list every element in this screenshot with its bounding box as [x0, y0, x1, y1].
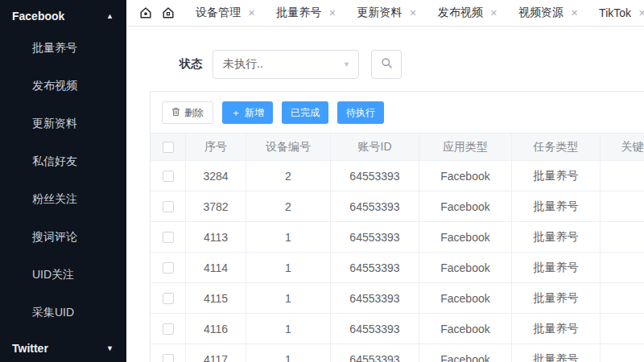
- row-select-cell: [151, 161, 186, 191]
- add-button[interactable]: ＋ 新增: [222, 101, 273, 124]
- row-select-cell: [151, 222, 186, 252]
- row-checkbox[interactable]: [163, 323, 174, 335]
- cell-app-type: Facebook: [419, 253, 512, 282]
- tab-publish-video[interactable]: 发布视频 ✕: [438, 6, 497, 20]
- tab-label: 批量养号: [276, 6, 321, 20]
- sidebar-item-uid-follow[interactable]: UID关注: [0, 256, 126, 294]
- cell-device-no: 2: [246, 161, 331, 191]
- cell-account-id: 64553393: [331, 191, 419, 221]
- completed-button-label: 已完成: [291, 106, 320, 120]
- sidebar-item-publish-video[interactable]: 发布视频: [0, 67, 126, 105]
- tab-label: 设备管理: [196, 6, 241, 20]
- tab-bar: 设备管理 ✕ 批量养号 ✕ 更新资料 ✕ 发布视频 ✕ 视频资源 ✕ TikTo…: [126, 0, 644, 27]
- status-select[interactable]: 未执行.. ▼: [213, 50, 359, 79]
- table-row: 4113 1 64553393 Facebook 批量养号: [151, 222, 644, 253]
- close-icon[interactable]: ✕: [409, 9, 416, 18]
- home-alt-icon[interactable]: [160, 5, 176, 21]
- sidebar-item-update-profile[interactable]: 更新资料: [0, 105, 126, 142]
- tab-device-management[interactable]: 设备管理 ✕: [196, 6, 255, 20]
- row-checkbox[interactable]: [163, 262, 174, 274]
- sidebar-section-twitter-label: Twitter: [12, 342, 48, 355]
- close-icon[interactable]: ✕: [638, 9, 644, 18]
- cell-keyword: [601, 283, 644, 313]
- row-checkbox[interactable]: [163, 201, 174, 212]
- sidebar-item-dm-friends[interactable]: 私信好友: [0, 142, 126, 180]
- table-row: 3284 2 64553393 Facebook 批量养号: [151, 161, 644, 191]
- cell-app-type: Facebook: [419, 161, 512, 191]
- row-checkbox[interactable]: [163, 171, 174, 182]
- col-header-task-type: 任务类型: [512, 134, 601, 160]
- tab-update-profile[interactable]: 更新资料 ✕: [357, 6, 416, 20]
- cell-account-id: 64553393: [331, 314, 419, 343]
- cell-app-type: Facebook: [419, 314, 512, 343]
- sidebar-section-twitter[interactable]: Twitter ▼: [0, 331, 126, 355]
- sidebar-item-fan-follow[interactable]: 粉丝关注: [0, 180, 126, 218]
- close-icon[interactable]: ✕: [248, 9, 255, 18]
- close-icon[interactable]: ✕: [571, 9, 578, 18]
- cell-keyword: [601, 191, 644, 221]
- sidebar-item-collect-uid[interactable]: 采集UID: [0, 294, 126, 331]
- cell-app-type: Facebook: [419, 283, 512, 313]
- cell-task-type: 批量养号: [512, 222, 601, 252]
- table-header-row: 序号 设备编号 账号ID 应用类型 任务类型 关键词: [151, 134, 644, 161]
- tab-label: 更新资料: [357, 6, 402, 20]
- cell-task-type: 批量养号: [512, 253, 601, 282]
- pending-button[interactable]: 待执行: [337, 101, 384, 124]
- row-select-cell: [151, 283, 186, 313]
- cell-app-type: Facebook: [419, 344, 512, 362]
- table-row: 4116 1 64553393 Facebook 批量养号: [151, 314, 644, 344]
- col-header-app-type: 应用类型: [419, 134, 512, 160]
- cell-task-type: 批量养号: [512, 344, 601, 362]
- cell-seq: 4115: [186, 283, 246, 313]
- row-select-cell: [151, 253, 186, 282]
- cell-keyword: [601, 222, 644, 252]
- cell-keyword: [601, 344, 644, 362]
- search-icon: [381, 57, 393, 72]
- cell-seq: 4116: [186, 314, 246, 343]
- cell-keyword: [601, 253, 644, 282]
- task-panel: 删除 ＋ 新增 已完成 待执行 序号 设备编号 账号ID 应用类型 任务类型 关…: [150, 91, 644, 362]
- row-checkbox[interactable]: [163, 293, 174, 304]
- cell-account-id: 64553393: [331, 283, 419, 313]
- close-icon[interactable]: ✕: [490, 9, 497, 18]
- row-checkbox[interactable]: [163, 232, 174, 243]
- completed-button[interactable]: 已完成: [282, 101, 328, 124]
- col-header-keyword: 关键词: [601, 134, 644, 160]
- delete-button[interactable]: 删除: [162, 101, 213, 124]
- sidebar-section-facebook[interactable]: Facebook ▲: [0, 0, 126, 29]
- cell-device-no: 1: [246, 222, 331, 252]
- cell-seq: 4113: [186, 222, 246, 252]
- tab-tiktok[interactable]: TikTok ✕: [599, 6, 644, 19]
- home-icon[interactable]: [138, 5, 154, 21]
- table-row: 3782 2 64553393 Facebook 批量养号: [151, 191, 644, 222]
- table-row: 4115 1 64553393 Facebook 批量养号: [151, 283, 644, 314]
- toolbar: 删除 ＋ 新增 已完成 待执行: [151, 92, 644, 133]
- select-all-cell: [151, 134, 186, 160]
- select-all-checkbox[interactable]: [163, 142, 174, 153]
- tab-label: 视频资源: [518, 6, 564, 20]
- status-label: 状态: [180, 57, 202, 72]
- chevron-down-icon: ▼: [343, 60, 350, 68]
- cell-account-id: 64553393: [331, 222, 419, 252]
- collapse-down-icon: ▼: [106, 344, 114, 352]
- row-select-cell: [151, 314, 186, 343]
- tab-video-resources[interactable]: 视频资源 ✕: [518, 6, 578, 20]
- add-button-label: 新增: [245, 106, 264, 120]
- trash-icon: [171, 107, 180, 119]
- col-header-account-id: 账号ID: [331, 134, 419, 160]
- cell-task-type: 批量养号: [512, 314, 601, 343]
- close-icon[interactable]: ✕: [328, 9, 336, 18]
- cell-device-no: 1: [246, 283, 331, 313]
- cell-task-type: 批量养号: [512, 283, 601, 313]
- sidebar-item-batch-accounts[interactable]: 批量养号: [0, 29, 126, 67]
- cell-account-id: 64553393: [331, 253, 419, 282]
- table-row: 4114 1 64553393 Facebook 批量养号: [151, 253, 644, 283]
- sidebar-item-keyword-comment[interactable]: 搜词评论: [0, 218, 126, 256]
- cell-app-type: Facebook: [419, 222, 512, 252]
- cell-seq: 4114: [186, 253, 246, 282]
- row-checkbox[interactable]: [163, 354, 174, 362]
- filter-row: 状态 未执行.. ▼: [180, 50, 402, 79]
- cell-account-id: 64553393: [331, 161, 419, 191]
- search-button[interactable]: [371, 50, 402, 79]
- tab-batch-accounts[interactable]: 批量养号 ✕: [276, 6, 336, 20]
